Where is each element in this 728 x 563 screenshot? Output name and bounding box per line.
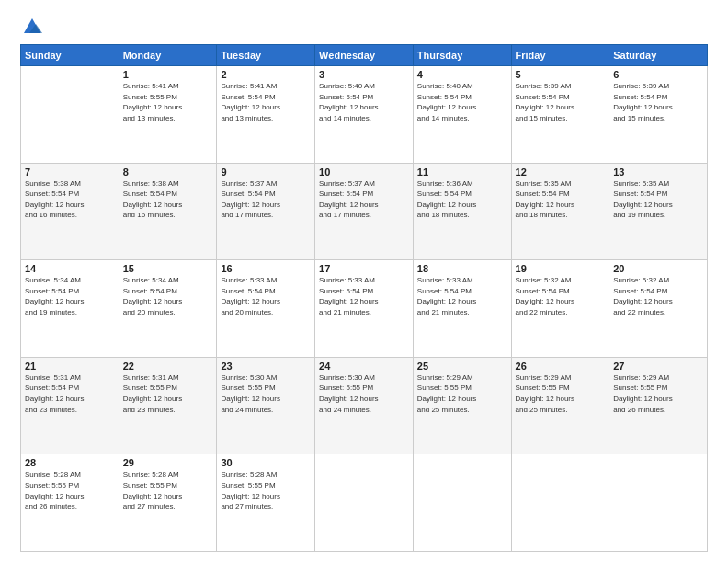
day-number: 14 bbox=[25, 263, 115, 274]
day-number: 29 bbox=[123, 457, 213, 468]
day-info: Sunrise: 5:30 AM Sunset: 5:55 PM Dayligh… bbox=[221, 373, 311, 415]
calendar-cell: 20Sunrise: 5:32 AM Sunset: 5:54 PM Dayli… bbox=[609, 260, 708, 358]
day-info: Sunrise: 5:33 AM Sunset: 5:54 PM Dayligh… bbox=[417, 275, 507, 317]
day-number: 22 bbox=[123, 361, 213, 372]
day-info: Sunrise: 5:32 AM Sunset: 5:54 PM Dayligh… bbox=[516, 275, 606, 317]
header bbox=[20, 17, 708, 37]
calendar-cell: 12Sunrise: 5:35 AM Sunset: 5:54 PM Dayli… bbox=[511, 163, 609, 260]
calendar-cell: 5Sunrise: 5:39 AM Sunset: 5:54 PM Daylig… bbox=[511, 66, 609, 164]
logo bbox=[20, 17, 42, 37]
day-number: 4 bbox=[417, 69, 507, 80]
calendar-cell: 29Sunrise: 5:28 AM Sunset: 5:55 PM Dayli… bbox=[119, 454, 217, 552]
day-info: Sunrise: 5:39 AM Sunset: 5:54 PM Dayligh… bbox=[516, 81, 606, 123]
col-header-tuesday: Tuesday bbox=[217, 45, 315, 66]
day-number: 10 bbox=[319, 167, 409, 178]
col-header-monday: Monday bbox=[119, 45, 217, 66]
calendar-cell bbox=[315, 454, 414, 552]
day-number: 27 bbox=[613, 361, 703, 372]
calendar-cell: 18Sunrise: 5:33 AM Sunset: 5:54 PM Dayli… bbox=[413, 260, 511, 358]
col-header-friday: Friday bbox=[511, 45, 609, 66]
day-number: 12 bbox=[516, 167, 606, 178]
page: SundayMondayTuesdayWednesdayThursdayFrid… bbox=[0, 0, 728, 563]
calendar-cell bbox=[609, 454, 708, 552]
calendar-cell: 7Sunrise: 5:38 AM Sunset: 5:54 PM Daylig… bbox=[21, 163, 119, 260]
calendar-cell bbox=[21, 66, 119, 164]
day-info: Sunrise: 5:41 AM Sunset: 5:55 PM Dayligh… bbox=[123, 81, 213, 123]
day-info: Sunrise: 5:28 AM Sunset: 5:55 PM Dayligh… bbox=[221, 469, 311, 511]
day-number: 26 bbox=[516, 361, 606, 372]
calendar-cell: 14Sunrise: 5:34 AM Sunset: 5:54 PM Dayli… bbox=[21, 260, 119, 358]
day-number: 5 bbox=[516, 69, 606, 80]
calendar-cell: 15Sunrise: 5:34 AM Sunset: 5:54 PM Dayli… bbox=[119, 260, 217, 358]
day-info: Sunrise: 5:32 AM Sunset: 5:54 PM Dayligh… bbox=[613, 275, 703, 317]
day-info: Sunrise: 5:28 AM Sunset: 5:55 PM Dayligh… bbox=[123, 469, 213, 511]
calendar-cell: 16Sunrise: 5:33 AM Sunset: 5:54 PM Dayli… bbox=[217, 260, 315, 358]
calendar-cell: 30Sunrise: 5:28 AM Sunset: 5:55 PM Dayli… bbox=[217, 454, 315, 552]
day-info: Sunrise: 5:36 AM Sunset: 5:54 PM Dayligh… bbox=[417, 178, 507, 221]
col-header-sunday: Sunday bbox=[21, 45, 119, 66]
day-number: 21 bbox=[25, 361, 115, 372]
day-number: 23 bbox=[221, 361, 311, 372]
day-number: 2 bbox=[221, 69, 311, 80]
day-info: Sunrise: 5:40 AM Sunset: 5:54 PM Dayligh… bbox=[417, 81, 507, 123]
day-number: 24 bbox=[319, 361, 409, 372]
day-info: Sunrise: 5:38 AM Sunset: 5:54 PM Dayligh… bbox=[25, 178, 115, 221]
day-info: Sunrise: 5:39 AM Sunset: 5:54 PM Dayligh… bbox=[613, 81, 703, 123]
day-number: 25 bbox=[417, 361, 507, 372]
calendar-table: SundayMondayTuesdayWednesdayThursdayFrid… bbox=[20, 44, 708, 552]
calendar-cell: 10Sunrise: 5:37 AM Sunset: 5:54 PM Dayli… bbox=[315, 163, 414, 260]
day-info: Sunrise: 5:28 AM Sunset: 5:55 PM Dayligh… bbox=[25, 469, 115, 511]
calendar-cell: 24Sunrise: 5:30 AM Sunset: 5:55 PM Dayli… bbox=[315, 357, 414, 454]
day-number: 19 bbox=[516, 263, 606, 274]
week-row-0: 1Sunrise: 5:41 AM Sunset: 5:55 PM Daylig… bbox=[21, 66, 708, 164]
calendar-cell: 11Sunrise: 5:36 AM Sunset: 5:54 PM Dayli… bbox=[413, 163, 511, 260]
day-info: Sunrise: 5:38 AM Sunset: 5:54 PM Dayligh… bbox=[123, 178, 213, 221]
day-number: 3 bbox=[319, 69, 409, 80]
calendar-cell: 3Sunrise: 5:40 AM Sunset: 5:54 PM Daylig… bbox=[315, 66, 414, 164]
day-info: Sunrise: 5:37 AM Sunset: 5:54 PM Dayligh… bbox=[221, 178, 311, 221]
col-header-thursday: Thursday bbox=[413, 45, 511, 66]
calendar-cell: 26Sunrise: 5:29 AM Sunset: 5:55 PM Dayli… bbox=[511, 357, 609, 454]
calendar-cell: 28Sunrise: 5:28 AM Sunset: 5:55 PM Dayli… bbox=[21, 454, 119, 552]
header-row: SundayMondayTuesdayWednesdayThursdayFrid… bbox=[21, 45, 708, 66]
day-number: 16 bbox=[221, 263, 311, 274]
day-number: 1 bbox=[123, 69, 213, 80]
day-number: 7 bbox=[25, 167, 115, 178]
day-number: 13 bbox=[613, 167, 703, 178]
calendar-cell bbox=[511, 454, 609, 552]
calendar-cell: 4Sunrise: 5:40 AM Sunset: 5:54 PM Daylig… bbox=[413, 66, 511, 164]
day-number: 8 bbox=[123, 167, 213, 178]
logo-icon bbox=[22, 17, 42, 37]
day-number: 9 bbox=[221, 167, 311, 178]
calendar-cell: 8Sunrise: 5:38 AM Sunset: 5:54 PM Daylig… bbox=[119, 163, 217, 260]
day-info: Sunrise: 5:31 AM Sunset: 5:54 PM Dayligh… bbox=[25, 373, 115, 415]
day-info: Sunrise: 5:33 AM Sunset: 5:54 PM Dayligh… bbox=[221, 275, 311, 317]
day-info: Sunrise: 5:29 AM Sunset: 5:55 PM Dayligh… bbox=[516, 373, 606, 415]
week-row-3: 21Sunrise: 5:31 AM Sunset: 5:54 PM Dayli… bbox=[21, 357, 708, 454]
calendar-cell: 19Sunrise: 5:32 AM Sunset: 5:54 PM Dayli… bbox=[511, 260, 609, 358]
calendar-cell: 9Sunrise: 5:37 AM Sunset: 5:54 PM Daylig… bbox=[217, 163, 315, 260]
day-info: Sunrise: 5:29 AM Sunset: 5:55 PM Dayligh… bbox=[613, 373, 703, 415]
calendar-cell: 22Sunrise: 5:31 AM Sunset: 5:55 PM Dayli… bbox=[119, 357, 217, 454]
day-number: 17 bbox=[319, 263, 409, 274]
day-number: 6 bbox=[613, 69, 703, 80]
day-info: Sunrise: 5:40 AM Sunset: 5:54 PM Dayligh… bbox=[319, 81, 409, 123]
day-info: Sunrise: 5:41 AM Sunset: 5:54 PM Dayligh… bbox=[221, 81, 311, 123]
day-info: Sunrise: 5:37 AM Sunset: 5:54 PM Dayligh… bbox=[319, 178, 409, 221]
day-number: 20 bbox=[613, 263, 703, 274]
calendar-cell: 13Sunrise: 5:35 AM Sunset: 5:54 PM Dayli… bbox=[609, 163, 708, 260]
day-info: Sunrise: 5:34 AM Sunset: 5:54 PM Dayligh… bbox=[25, 275, 115, 317]
day-info: Sunrise: 5:35 AM Sunset: 5:54 PM Dayligh… bbox=[516, 178, 606, 221]
col-header-wednesday: Wednesday bbox=[315, 45, 414, 66]
day-info: Sunrise: 5:31 AM Sunset: 5:55 PM Dayligh… bbox=[123, 373, 213, 415]
calendar-cell bbox=[413, 454, 511, 552]
day-number: 18 bbox=[417, 263, 507, 274]
day-number: 15 bbox=[123, 263, 213, 274]
calendar-cell: 23Sunrise: 5:30 AM Sunset: 5:55 PM Dayli… bbox=[217, 357, 315, 454]
calendar-cell: 21Sunrise: 5:31 AM Sunset: 5:54 PM Dayli… bbox=[21, 357, 119, 454]
calendar-cell: 25Sunrise: 5:29 AM Sunset: 5:55 PM Dayli… bbox=[413, 357, 511, 454]
calendar-cell: 2Sunrise: 5:41 AM Sunset: 5:54 PM Daylig… bbox=[217, 66, 315, 164]
day-info: Sunrise: 5:30 AM Sunset: 5:55 PM Dayligh… bbox=[319, 373, 409, 415]
day-info: Sunrise: 5:33 AM Sunset: 5:54 PM Dayligh… bbox=[319, 275, 409, 317]
calendar-cell: 6Sunrise: 5:39 AM Sunset: 5:54 PM Daylig… bbox=[609, 66, 708, 164]
